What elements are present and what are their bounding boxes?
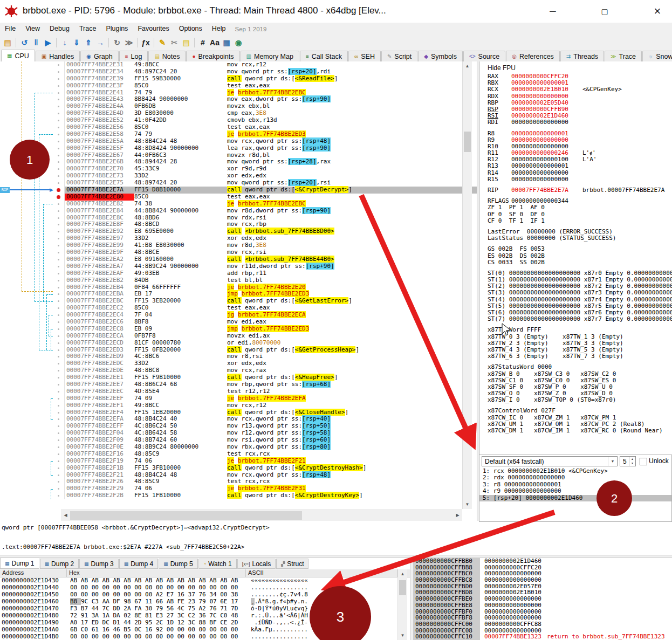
disasm-row[interactable]: 00007FF74BBE2F1648:85C9test rcx,rcx	[0, 451, 477, 458]
scroll-thumb[interactable]	[399, 580, 406, 595]
menu-item-debug[interactable]: Debug	[45, 23, 74, 35]
stack-row[interactable]: 0000000000CFFC1000007FF74BBE1323return t…	[413, 634, 672, 640]
argument-row[interactable]: 2: rdx 0000000000000000	[479, 474, 671, 481]
row-dot[interactable]	[0, 90, 65, 97]
help-globe-icon[interactable]: ◉	[232, 37, 244, 49]
tab-log[interactable]: ≡Log	[119, 51, 148, 61]
stack-row[interactable]: 0000000000CFFBB00000000002E1D460	[413, 558, 672, 565]
register-row-r15[interactable]: R150000000000000000	[480, 176, 672, 183]
row-dot[interactable]	[0, 423, 65, 430]
argument-row[interactable]: 5: [rsp+20] 0000000002E1D460	[479, 495, 671, 501]
disasm-row[interactable]: 00007FF74BBE2E3448:897C24 20mov qword pt…	[0, 68, 477, 75]
dump-row[interactable]: 0000000002E1D430AB AB AB AB AB AB AB AB …	[0, 577, 410, 584]
row-dot[interactable]	[0, 61, 65, 68]
register-row-rsi[interactable]: RSI0000000002E1D460	[480, 113, 672, 119]
tab-references[interactable]: ◎References	[506, 51, 560, 61]
row-dot[interactable]	[0, 152, 65, 159]
register-row-rflags[interactable]: RFLAGS0000000000000344	[480, 198, 672, 204]
stack-row[interactable]: 0000000000CFFBC80000000000000000	[413, 577, 672, 583]
dump-row[interactable]: 0000000002E1D4B000 00 00 00 00 00 00 00 …	[0, 633, 410, 640]
row-dot[interactable]	[0, 340, 65, 347]
disasm-row[interactable]: 00007FF74BBE2F2BFF15 1FB10000call qword …	[0, 492, 477, 499]
disasm-row[interactable]: 00007FF74BBE2E8274 38je brbbot.7FF74BBE2…	[0, 201, 477, 208]
bottom-tab-watch-1[interactable]: ◔Watch 1	[198, 559, 237, 569]
tab-symbols[interactable]: ◆Symbols	[418, 51, 463, 61]
hide-fpu-button[interactable]: Hide FPU	[480, 61, 672, 73]
run-to-user-code-icon[interactable]: →	[94, 37, 106, 49]
step-out-icon[interactable]: ⇑	[83, 37, 94, 49]
register-row-rsp[interactable]: RSP0000000000CFFB90	[480, 106, 672, 113]
register-row-r11[interactable]: R110000000000000246L'ɇ'	[480, 150, 672, 156]
row-dot[interactable]	[0, 249, 65, 256]
breakpoint-dot[interactable]	[0, 194, 65, 201]
register-row-rbp[interactable]: RBP0000000002E05D40	[480, 100, 672, 106]
dump-row[interactable]: 0000000002E1D44000 00 00 00 00 00 00 00 …	[0, 584, 410, 591]
register-row-r8[interactable]: R80000000000000001	[480, 130, 672, 137]
menu-item-trace[interactable]: Trace	[74, 23, 101, 35]
row-dot[interactable]	[0, 416, 65, 423]
row-dot[interactable]	[0, 312, 65, 319]
row-dot[interactable]	[0, 395, 65, 402]
disasm-row[interactable]: 00007FF74BBE2F1974 06je brbbot.7FF74BBE2…	[0, 458, 477, 465]
row-dot[interactable]	[0, 360, 65, 367]
disasm-row[interactable]: 00007FF74BBE2E3149:8BCCmov rcx,r12	[0, 61, 477, 68]
register-row-r13[interactable]: R130000000000000001	[480, 163, 672, 169]
disasm-row[interactable]: 00007FF74BBE2ECA0FB7F8movzx edi,ax	[0, 333, 477, 340]
stack-row[interactable]: 0000000000CFFC000000000000CFFC88	[413, 621, 672, 628]
row-dot[interactable]	[0, 124, 65, 131]
scroll-thumb[interactable]	[464, 132, 471, 152]
pause-icon[interactable]: ‖	[30, 37, 42, 49]
spinner-arrows-icon[interactable]: ▲▼	[629, 457, 635, 466]
disasm-row[interactable]: 00007FF74BBE2E3F85C0test eax,eax	[0, 82, 477, 90]
bottom-tab-dump-3[interactable]: ▦Dump 3	[79, 559, 119, 569]
row-dot[interactable]	[0, 409, 65, 416]
step-over-icon[interactable]: ⇓	[71, 37, 83, 49]
bottom-tab-locals[interactable]: [x=]Locals	[237, 559, 276, 569]
dump-row[interactable]: 0000000002E1D470F3 B7 44 7C DD 2A FA 30 …	[0, 605, 410, 612]
row-dot[interactable]	[0, 221, 65, 228]
disasm-row[interactable]: 00007FF74BBE2EEF74 09je brbbot.7FF74BBE2…	[0, 395, 477, 402]
restore-button[interactable]: ▢	[592, 0, 617, 23]
hash-icon[interactable]: #	[197, 37, 209, 49]
stack-row[interactable]: 0000000000CFFBE80000000000000000	[413, 602, 672, 609]
disasm-row[interactable]: 00007FF74BBE2E5A48:8B4C24 48mov rcx,qwor…	[0, 138, 477, 145]
syringe-inject-icon[interactable]: ✂	[168, 37, 180, 49]
row-dot[interactable]	[0, 235, 65, 242]
menu-item-options[interactable]: Options	[174, 23, 207, 35]
row-dot[interactable]	[0, 367, 65, 374]
tab-call-stack[interactable]: ≡Call Stack	[300, 51, 348, 61]
tab-notes[interactable]: ▤Notes	[148, 51, 186, 61]
row-dot[interactable]	[0, 465, 65, 472]
disasm-row[interactable]: 00007FF74BBE2ECD81CF 00000780or edi,8007…	[0, 340, 477, 347]
row-dot[interactable]	[0, 430, 65, 437]
row-dot[interactable]	[0, 347, 65, 354]
scroll-down-arrow[interactable]: ▼	[463, 500, 472, 509]
row-dot[interactable]	[0, 492, 65, 499]
menu-item-file[interactable]: File	[0, 23, 20, 35]
register-row-r10[interactable]: R100000000000000000	[480, 143, 672, 150]
disasm-row[interactable]: 00007FF74BBE2EA744:8B9C24 90000000mov r1…	[0, 263, 477, 270]
row-dot[interactable]	[0, 242, 65, 249]
scroll-up-arrow[interactable]: ▲	[398, 569, 407, 579]
row-dot[interactable]	[0, 270, 65, 277]
dump-row[interactable]: 0000000002E1D460B8 9C C3 AA DF 98 67 11 …	[0, 598, 410, 605]
row-dot[interactable]	[0, 166, 65, 173]
close-button[interactable]: ×	[645, 0, 670, 23]
dump-row[interactable]: 0000000002E1D490A0 17 ED DC D1 44 2D 95 …	[0, 619, 410, 626]
tab-trace[interactable]: ≫Trace	[605, 51, 642, 61]
tab-cpu[interactable]: ▦CPU	[1, 50, 35, 61]
register-row-rip[interactable]: RIP00007FF74BBE2E7Abrbbot.00007FF74BBE2E…	[480, 187, 672, 194]
scroll-up-arrow[interactable]: ▲	[463, 61, 472, 71]
disasm-row[interactable]: 00007FF74BBE2E9F48:8BCEmov rcx,rsi	[0, 249, 477, 256]
row-dot[interactable]	[0, 381, 65, 388]
row-dot[interactable]	[0, 131, 65, 138]
register-row-rax[interactable]: RAX0000000000CFFC20	[480, 73, 672, 80]
row-dot[interactable]	[0, 68, 65, 75]
row-dot[interactable]	[0, 437, 65, 444]
row-dot[interactable]	[0, 402, 65, 409]
tab-graph[interactable]: ◉Graph	[80, 51, 118, 61]
row-dot[interactable]	[0, 110, 65, 117]
menu-item-view[interactable]: View	[20, 23, 45, 35]
row-dot[interactable]	[0, 291, 65, 298]
bottom-tab-dump-2[interactable]: ▦Dump 2	[40, 559, 79, 569]
